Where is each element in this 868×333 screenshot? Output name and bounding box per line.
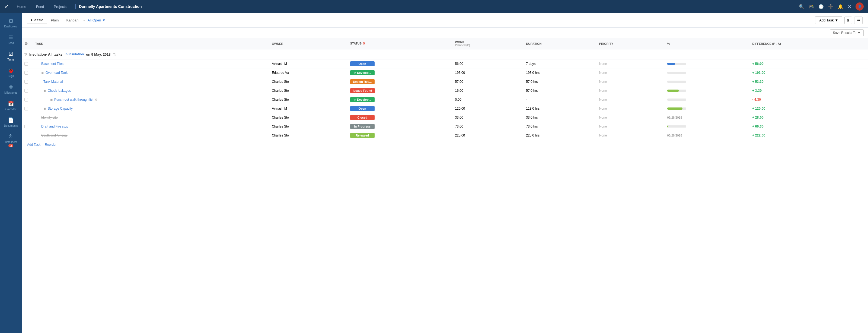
row-diff-cell: - 4:30	[750, 95, 868, 104]
sidebar-item-bugs[interactable]: 🐞 Bugs	[0, 65, 22, 80]
difference-value: - 4:30	[752, 98, 761, 101]
more-options-button[interactable]: •••	[854, 17, 863, 24]
row-duration-cell: 57:0 hrs	[523, 86, 596, 95]
task-link[interactable]: Punch-out walk through list	[54, 98, 93, 101]
group-collapse-icon[interactable]: ▽	[24, 52, 27, 56]
table-row: ▣ Punch-out walk through list ⚙ Charles …	[22, 95, 868, 104]
feed-icon: ☰	[9, 34, 13, 40]
progress-bar	[667, 90, 686, 92]
view-bar: Classic Plain Kanban - All Open ▼ Add Ta…	[22, 13, 868, 28]
status-badge[interactable]: Issues Found	[350, 88, 375, 93]
task-link[interactable]: Overhead Tank	[45, 71, 67, 74]
row-task-cell: Draft and Fire stop	[33, 122, 269, 131]
sidebar-item-calendar[interactable]: 📅 Calendar	[0, 98, 22, 114]
save-results-button[interactable]: Save Results To ▼	[830, 29, 864, 36]
status-badge[interactable]: In Progress	[350, 124, 375, 129]
sidebar-item-feed[interactable]: ☰ Feed	[0, 32, 22, 47]
tasks-icon: ☑	[9, 51, 13, 57]
collapse-icon[interactable]: ▣	[43, 89, 46, 93]
row-task-cell: ▣ Overhead Tank	[33, 68, 269, 77]
status-badge[interactable]: Released	[350, 133, 375, 138]
row-checkbox[interactable]	[24, 98, 28, 101]
bell-icon[interactable]: 🔔	[838, 4, 843, 9]
collapse-icon[interactable]: ▣	[50, 98, 53, 101]
collapse-icon[interactable]: ▣	[41, 71, 44, 74]
sidebar-item-milestones[interactable]: ✚ Milestones	[0, 82, 22, 97]
row-checkbox[interactable]	[24, 89, 28, 93]
tab-kanban[interactable]: Kanban	[62, 17, 82, 24]
main-layout: ⊞ Dashboard ☰ Feed ☑ Tasks 🐞 Bugs ✚ Mile…	[0, 13, 868, 333]
row-status-cell: Released	[347, 131, 453, 140]
filter-icon-button[interactable]: ⊟	[844, 17, 852, 24]
sidebar-item-timesheet[interactable]: ⏱ Timesheet 11	[0, 131, 22, 150]
row-owner-cell: Eduardo Va	[269, 68, 347, 77]
row-duration-cell: 7 days	[523, 59, 596, 68]
close-icon[interactable]: ✕	[848, 4, 851, 9]
clock-icon[interactable]: 🕐	[818, 4, 824, 9]
save-results-bar: Save Results To ▼	[22, 28, 868, 38]
task-link[interactable]: Basement Tiles	[41, 62, 63, 66]
sidebar-item-documents[interactable]: 📄 Documents	[0, 115, 22, 130]
nav-home[interactable]: Home	[14, 3, 29, 10]
status-badge[interactable]: In Develop...	[350, 70, 375, 75]
task-link[interactable]: Storage Capacity	[48, 107, 73, 111]
add-icon[interactable]: ➕	[828, 4, 834, 9]
row-checkbox[interactable]	[24, 71, 28, 74]
task-link[interactable]: Check leakages	[48, 89, 71, 93]
row-owner-cell: Charles Sto	[269, 77, 347, 86]
status-badge[interactable]: In Develop...	[350, 97, 375, 102]
search-icon[interactable]: 🔍	[799, 4, 804, 9]
bottom-actions: Add Task Reorder	[22, 140, 868, 149]
add-task-link[interactable]: Add Task	[27, 143, 40, 147]
settings-icon[interactable]: ⚙	[95, 98, 98, 101]
priority-value: None	[599, 133, 607, 137]
sort-icon[interactable]: ⇅	[113, 52, 116, 56]
reorder-link[interactable]: Reorder	[45, 143, 56, 147]
th-checkbox: ⚙	[22, 38, 33, 49]
add-task-button[interactable]: Add Task ▼	[815, 16, 842, 24]
owner-name: Charles Sto	[272, 80, 289, 84]
row-status-cell: In Develop...	[347, 68, 453, 77]
status-badge[interactable]: Open	[350, 61, 375, 66]
tab-classic[interactable]: Classic	[27, 16, 47, 24]
row-checkbox[interactable]	[24, 107, 28, 111]
priority-value: None	[599, 71, 607, 74]
progress-bar	[667, 125, 686, 127]
row-owner-cell: Avinash M	[269, 59, 347, 68]
difference-value: + 56:00	[752, 62, 764, 66]
row-diff-cell: + 222:00	[750, 131, 868, 140]
row-checkbox-cell	[22, 77, 33, 86]
avatar[interactable]: 👤	[856, 2, 864, 10]
row-task-cell: Identify site	[33, 113, 269, 122]
filter-all-open[interactable]: All Open ▼	[88, 18, 106, 22]
sidebar-item-tasks[interactable]: ☑ Tasks	[0, 48, 22, 64]
group-header-row: ▽ Insulation- All tasks in Insulation on…	[22, 49, 868, 59]
th-status: STATUS ⚙	[347, 38, 453, 49]
owner-name: Charles Sto	[272, 133, 289, 137]
row-checkbox[interactable]	[24, 125, 28, 128]
row-percent-cell: 03/28/2018	[664, 131, 750, 140]
group-header-inner: ▽ Insulation- All tasks in Insulation on…	[24, 52, 865, 56]
task-link[interactable]: Tank Material	[43, 80, 63, 84]
gamepad-icon[interactable]: 🎮	[809, 4, 814, 9]
tab-plain[interactable]: Plain	[47, 17, 63, 24]
task-link[interactable]: Draft and Fire stop	[41, 125, 68, 128]
sidebar-item-dashboard[interactable]: ⊞ Dashboard	[0, 15, 22, 31]
nav-projects[interactable]: Projects	[52, 3, 69, 10]
row-duration-cell: 113:0 hrs	[523, 104, 596, 113]
row-checkbox[interactable]	[24, 62, 28, 66]
nav-feed[interactable]: Feed	[34, 3, 46, 10]
collapse-icon[interactable]: ▣	[43, 107, 46, 111]
status-badge[interactable]: Design Res...	[350, 79, 375, 84]
row-percent-cell	[664, 59, 750, 68]
row-checkbox[interactable]	[24, 80, 28, 84]
status-badge[interactable]: Open	[350, 106, 375, 111]
th-work: WORK Planned (P)	[453, 38, 524, 49]
status-badge[interactable]: Closed	[350, 115, 375, 120]
row-percent-cell	[664, 104, 750, 113]
owner-name: Avinash M	[272, 62, 287, 66]
table-row: Draft and Fire stop Charles Sto In Progr…	[22, 122, 868, 131]
dashboard-icon: ⊞	[9, 18, 13, 24]
row-checkbox-cell	[22, 59, 33, 68]
column-settings-icon[interactable]: ⚙	[24, 41, 28, 46]
